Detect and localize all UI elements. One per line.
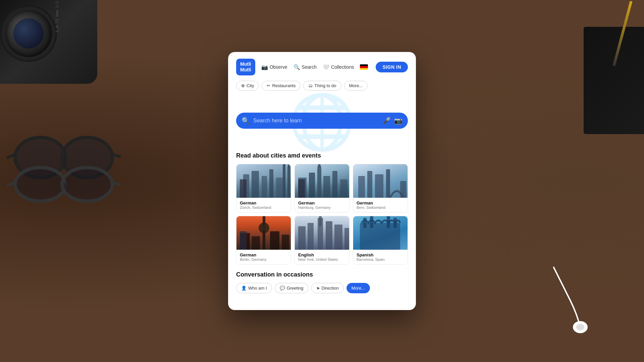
city-card-berlin[interactable]: German Berlin, Germany	[236, 216, 291, 264]
logo-button[interactable]: Mutli Mutli	[236, 59, 255, 75]
city-image-berlin	[236, 216, 291, 250]
search-input-wrap: 🔍 🎤 📷	[236, 113, 408, 129]
camera-decoration: 6.0-72.0mm 1:2.7-3.5	[0, 0, 97, 84]
filter-city[interactable]: ⊕ City	[236, 81, 259, 90]
filter-more[interactable]: More...	[344, 81, 368, 90]
city-location-hamburg: Hamburg, Germany	[298, 205, 346, 209]
voice-search-button[interactable]: 🎤	[382, 117, 391, 125]
conv-tab-who-am-i[interactable]: 👤 Who am I	[236, 283, 272, 293]
nav-observe[interactable]: 📷 Observe	[259, 63, 289, 72]
hero-area: 🌐 🔍 🎤 📷	[236, 97, 408, 144]
city-card-info-berlin: German Berlin, Germany	[236, 250, 291, 264]
svg-rect-26	[386, 169, 390, 198]
svg-rect-21	[332, 171, 337, 198]
svg-rect-31	[240, 233, 250, 250]
search-bar: 🔍 🎤 📷	[236, 113, 408, 129]
nav-collections[interactable]: 🤍 Collections	[321, 63, 356, 72]
svg-point-3	[62, 168, 112, 201]
sign-in-button[interactable]: SIGN IN	[376, 62, 408, 72]
city-language-barcelona: Spanish	[357, 252, 404, 257]
nav-language[interactable]	[358, 63, 370, 71]
conv-tab-greeting[interactable]: 💬 Greeting	[275, 283, 309, 293]
camera-text: 6.0-72.0mm 1:2.7-3.5	[55, 0, 59, 33]
city-card-zurich[interactable]: German Zürich, Switzerland	[236, 164, 291, 213]
earphone-decoration	[543, 260, 617, 335]
flag-germany-icon	[360, 64, 368, 70]
city-location-barcelona: Barcelona, Spain	[357, 257, 404, 261]
svg-rect-7	[243, 174, 249, 198]
svg-rect-12	[283, 166, 285, 198]
svg-rect-23	[358, 176, 365, 198]
svg-rect-32	[252, 236, 260, 250]
svg-rect-20	[323, 176, 330, 198]
svg-rect-39	[326, 221, 332, 250]
svg-point-30	[261, 225, 267, 231]
svg-rect-46	[393, 218, 397, 228]
restaurants-filter-icon: ✂	[267, 83, 270, 88]
search-nav-icon: 🔍	[293, 64, 300, 70]
conversation-section-title: Conversation in occasions	[236, 271, 408, 278]
search-submit-button[interactable]: 🔍	[241, 117, 250, 125]
camera-search-button[interactable]: 📷	[394, 117, 402, 125]
svg-marker-19	[317, 164, 321, 168]
tablet-content: Mutli Mutli 📷 Observe 🔍 Search 🤍 Collect…	[228, 52, 416, 300]
svg-rect-45	[387, 216, 390, 228]
city-card-barcelona[interactable]: Spanish Barcelona, Spain	[353, 216, 408, 264]
svg-rect-16	[298, 178, 307, 198]
svg-rect-40	[334, 225, 342, 250]
city-location-newyork: New York, United States	[298, 257, 346, 261]
svg-rect-38	[308, 223, 314, 250]
conversation-section: Conversation in occasions 👤 Who am I 💬 G…	[236, 271, 408, 293]
notebook-decoration	[584, 27, 644, 134]
city-card-bern[interactable]: German Bern, Switzerland	[353, 164, 408, 213]
svg-rect-24	[367, 171, 372, 198]
city-card-info-bern: German Bern, Switzerland	[353, 198, 408, 212]
svg-rect-37	[298, 226, 306, 250]
city-language-zurich: German	[240, 200, 287, 205]
city-language-berlin: German	[240, 252, 287, 257]
filter-restaurants[interactable]: ✂ Restaurants	[262, 81, 301, 90]
city-language-newyork: English	[298, 252, 346, 257]
filter-thing-to-do[interactable]: 🗂 Thing to do	[303, 81, 341, 90]
svg-rect-8	[252, 171, 259, 198]
header: Mutli Mutli 📷 Observe 🔍 Search 🤍 Collect…	[236, 59, 408, 75]
cities-section: Read about cities amd events	[236, 152, 408, 264]
svg-rect-34	[282, 235, 289, 250]
search-input[interactable]	[253, 118, 379, 124]
svg-point-5	[576, 324, 584, 330]
svg-rect-22	[340, 179, 347, 198]
greeting-icon: 💬	[280, 286, 285, 291]
camera-lens-inner	[13, 18, 44, 49]
city-image-bern	[353, 164, 408, 198]
svg-rect-41	[344, 228, 349, 250]
city-card-info-barcelona: Spanish Barcelona, Spain	[353, 250, 408, 264]
city-language-hamburg: German	[298, 200, 346, 205]
svg-rect-9	[262, 176, 267, 198]
conv-tab-more[interactable]: More...	[346, 283, 370, 293]
city-image-barcelona	[353, 216, 408, 250]
svg-rect-25	[375, 174, 383, 198]
svg-rect-11	[276, 178, 283, 198]
svg-rect-33	[270, 231, 279, 250]
city-grid: German Zürich, Switzerland	[236, 164, 408, 264]
svg-rect-10	[269, 169, 273, 198]
city-filter-icon: ⊕	[241, 83, 245, 88]
city-image-newyork	[295, 216, 349, 250]
conv-tab-direction[interactable]: ➤ Direction	[311, 283, 344, 293]
city-location-bern: Bern, Switzerland	[357, 205, 404, 209]
city-card-hamburg[interactable]: German Hamburg, Germany	[294, 164, 350, 213]
svg-point-2	[15, 168, 65, 201]
city-language-bern: German	[357, 200, 404, 205]
city-image-hamburg	[295, 164, 349, 198]
nav-search[interactable]: 🔍 Search	[291, 63, 319, 72]
svg-rect-36	[319, 216, 322, 226]
filter-tabs: ⊕ City ✂ Restaurants 🗂 Thing to do More.…	[236, 81, 408, 90]
svg-rect-17	[309, 173, 315, 198]
svg-marker-15	[287, 164, 290, 168]
who-am-i-icon: 👤	[241, 286, 247, 291]
city-card-newyork[interactable]: English New York, United States	[294, 216, 350, 264]
observe-icon: 📷	[261, 64, 268, 70]
svg-rect-14	[287, 168, 290, 198]
city-card-info-hamburg: German Hamburg, Germany	[295, 198, 349, 212]
city-image-zurich	[236, 164, 291, 198]
